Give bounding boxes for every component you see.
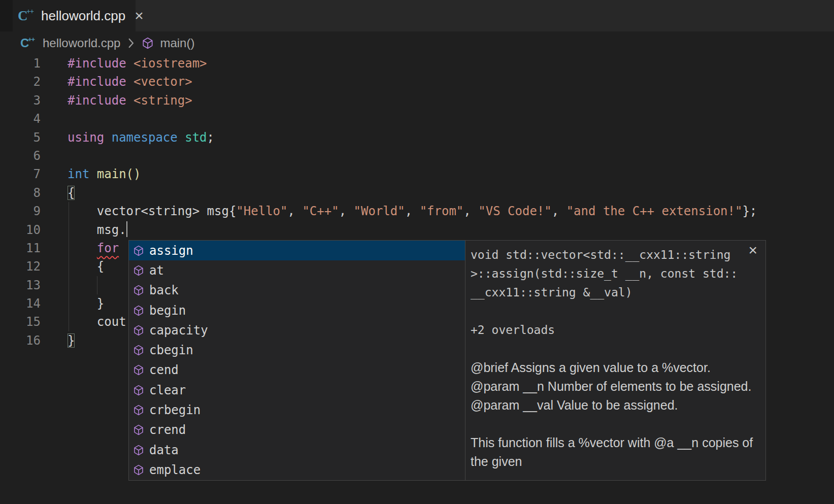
method-cube-icon <box>133 424 144 435</box>
code-token: <string> <box>134 93 192 108</box>
code-line[interactable]: #include <vector> <box>68 73 757 91</box>
suggestion-item-data[interactable]: data <box>129 440 465 460</box>
code-token: "and the C++ extension!" <box>566 204 743 218</box>
suggestion-label: back <box>149 283 179 297</box>
code-token: , <box>552 204 566 218</box>
code-token: }; <box>742 204 757 218</box>
method-cube-icon <box>133 345 144 356</box>
method-cube-icon <box>133 325 144 336</box>
code-token <box>126 75 134 89</box>
code-line[interactable] <box>68 110 757 128</box>
code-line[interactable]: msg. <box>68 221 757 239</box>
breadcrumb-file[interactable]: helloworld.cpp <box>43 36 120 50</box>
breadcrumb: C++ helloworld.cpp main() <box>0 31 834 54</box>
suggestion-item-crend[interactable]: crend <box>129 420 465 440</box>
code-token: } <box>68 296 104 311</box>
suggestion-item-begin[interactable]: begin <box>129 300 465 320</box>
suggestion-item-cend[interactable]: cend <box>129 360 465 380</box>
code-token: #include <box>68 75 126 89</box>
code-token <box>178 130 185 145</box>
suggestion-item-cbegin[interactable]: cbegin <box>129 340 465 360</box>
code-token: cout <box>68 315 126 329</box>
code-token: #include <box>68 56 126 71</box>
suggestion-item-capacity[interactable]: capacity <box>129 320 465 340</box>
method-cube-icon <box>133 245 144 256</box>
text-cursor <box>126 221 127 237</box>
breadcrumb-symbol[interactable]: main() <box>160 36 194 50</box>
indent-guide <box>69 202 69 331</box>
tab-helloworld[interactable]: C++ helloworld.cpp × <box>13 0 136 31</box>
suggestion-item-emplace[interactable]: emplace <box>129 460 465 480</box>
code-token: <vector> <box>134 75 192 89</box>
code-token <box>68 241 97 255</box>
suggestion-item-at[interactable]: at <box>129 260 465 280</box>
suggestion-item-crbegin[interactable]: crbegin <box>129 400 465 420</box>
code-line[interactable]: int main() <box>68 165 757 183</box>
suggestion-item-back[interactable]: back <box>129 281 465 300</box>
line-number: 5 <box>0 128 41 147</box>
method-cube-icon <box>133 265 144 276</box>
code-token: namespace <box>112 130 178 145</box>
method-cube-icon <box>133 285 144 296</box>
line-number: 14 <box>0 294 41 313</box>
code-line[interactable]: { <box>68 184 757 202</box>
suggestion-label: clear <box>149 383 186 397</box>
suggestion-item-clear[interactable]: clear <box>129 380 465 400</box>
code-line[interactable]: using namespace std; <box>68 128 757 147</box>
code-token <box>126 56 134 71</box>
method-cube-icon <box>133 464 144 476</box>
suggestion-docs-panel: × void std::vector<std::__cxx11::string>… <box>465 241 765 480</box>
code-line[interactable]: vector<string> msg{"Hello", "C++", "Worl… <box>68 202 757 220</box>
description-line: @param __val Value to be assigned. <box>471 396 758 415</box>
suggestion-label: capacity <box>149 323 208 338</box>
line-number: 15 <box>0 313 41 331</box>
function-description: @brief Assigns a given value to a %vecto… <box>471 358 758 471</box>
code-token <box>104 130 111 145</box>
docs-close-icon[interactable]: × <box>748 243 757 258</box>
line-number: 6 <box>0 147 41 165</box>
line-number-gutter: 12345678910111213141516 <box>0 54 41 350</box>
signature-line: __cxx11::string &__val) <box>471 283 758 302</box>
line-number: 4 <box>0 110 41 128</box>
suggestion-label: emplace <box>149 463 201 477</box>
cpp-file-icon: C++ <box>18 9 35 23</box>
code-token: main() <box>97 167 141 181</box>
code-token: vector<string> msg{ <box>68 204 236 218</box>
code-token: "VS Code!" <box>478 204 552 218</box>
suggestion-label: at <box>149 263 164 278</box>
line-number: 8 <box>0 184 41 202</box>
code-line[interactable] <box>68 147 757 165</box>
suggestion-label: cbegin <box>149 343 193 357</box>
code-token: "C++" <box>302 204 339 218</box>
code-token: int <box>68 167 89 181</box>
description-line: @param __n Number of elements to be assi… <box>471 377 758 396</box>
code-token: "World" <box>354 204 405 218</box>
suggestion-label: crbegin <box>149 403 201 417</box>
code-token: , <box>339 204 354 218</box>
method-cube-icon <box>133 364 144 376</box>
method-cube-icon <box>133 445 144 456</box>
line-number: 3 <box>0 91 41 110</box>
code-token: ; <box>207 130 214 145</box>
code-line[interactable]: #include <iostream> <box>68 54 757 73</box>
tab-close-icon[interactable]: × <box>135 8 144 23</box>
description-line: @brief Assigns a given value to a %vecto… <box>471 358 758 377</box>
suggestion-item-assign[interactable]: assign <box>129 241 465 260</box>
method-cube-icon <box>133 305 144 316</box>
line-number: 2 <box>0 73 41 91</box>
suggestion-list: assign at back begin capacity cbegin cen… <box>129 241 465 480</box>
line-number: 1 <box>0 54 41 73</box>
tab-bar-left-strip <box>0 0 13 31</box>
code-token: "from" <box>420 204 464 218</box>
code-token <box>89 167 96 181</box>
code-line[interactable]: #include <string> <box>68 91 757 110</box>
overloads-label: +2 overloads <box>471 321 758 340</box>
method-cube-icon <box>133 405 144 416</box>
line-number: 12 <box>0 257 41 276</box>
suggestion-label: cend <box>149 363 179 377</box>
suggestion-label: begin <box>149 304 186 318</box>
indent-guide <box>97 276 97 294</box>
code-token: for <box>97 241 119 255</box>
description-line: the given <box>471 452 758 471</box>
code-token: , <box>288 204 303 218</box>
